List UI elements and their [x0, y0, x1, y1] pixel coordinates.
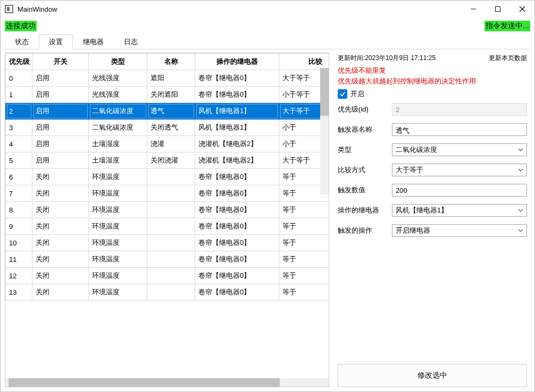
column-header[interactable]: 操作的继电器 [195, 54, 279, 70]
cell-compare[interactable]: 等于 [279, 218, 329, 235]
cell-type[interactable]: 环境温度 [89, 235, 147, 251]
table-row[interactable]: 11关闭环境温度卷帘【继电器0】等于 [6, 251, 329, 268]
refresh-button[interactable]: 更新本页数据 [489, 54, 527, 63]
cell-type[interactable]: 环境温度 [89, 268, 147, 284]
cell-name[interactable]: 遮阳 [147, 70, 195, 87]
action-select[interactable]: 开启继电器 [392, 224, 527, 237]
cell-switch[interactable]: 关闭 [32, 251, 89, 268]
cell-compare[interactable]: 等于 [279, 284, 329, 301]
cell-type[interactable]: 环境温度 [89, 284, 147, 301]
scrollbar-thumb[interactable] [320, 68, 329, 116]
cell-switch[interactable]: 关闭 [32, 202, 89, 218]
close-button[interactable] [510, 1, 534, 17]
column-header[interactable]: 名称 [147, 54, 195, 70]
cell-name[interactable]: 浇灌 [147, 136, 195, 152]
tab-0[interactable]: 状态 [5, 35, 39, 49]
horizontal-scrollbar[interactable] [5, 378, 329, 387]
cell-compare[interactable]: 等于 [279, 202, 329, 218]
table-row[interactable]: 1启用光线强度关闭遮阳卷帘【继电器0】小于等于 [6, 87, 329, 103]
trigger-name-input[interactable]: 透气 [392, 123, 527, 136]
cell-relay[interactable]: 卷帘【继电器0】 [195, 70, 279, 87]
table-row[interactable]: 3启用二氧化碳浓度关闭透气风机【继电器1】小于 [6, 120, 329, 136]
table-row[interactable]: 2启用二氧化碳浓度透气风机【继电器1】大于等于 [6, 103, 329, 120]
cell-name[interactable] [147, 169, 195, 185]
cell-relay[interactable]: 卷帘【继电器0】 [195, 87, 279, 103]
cell-type[interactable]: 二氧化碳浓度 [89, 120, 147, 136]
table-row[interactable]: 7关闭环境温度卷帘【继电器0】等于 [6, 185, 329, 202]
vertical-scrollbar[interactable] [320, 68, 329, 194]
threshold-input[interactable]: 200 [392, 184, 527, 197]
table-row[interactable]: 5启用土壤湿度关闭浇灌浇灌机【继电器2】大于等于 [6, 152, 329, 169]
table-row[interactable]: 13关闭环境温度卷帘【继电器0】等于 [6, 284, 329, 301]
cell-name[interactable] [147, 268, 195, 284]
maximize-button[interactable] [486, 1, 510, 17]
cell-compare[interactable]: 等于 [279, 251, 329, 268]
submit-button[interactable]: 修改选中 [338, 364, 527, 387]
cell-name[interactable]: 关闭遮阳 [147, 87, 195, 103]
cell-priority[interactable]: 12 [6, 268, 32, 284]
cell-relay[interactable]: 卷帘【继电器0】 [195, 251, 279, 268]
cell-name[interactable]: 透气 [147, 103, 195, 120]
cell-priority[interactable]: 10 [6, 235, 32, 251]
cell-switch[interactable]: 关闭 [32, 284, 89, 301]
cell-type[interactable]: 环境温度 [89, 169, 147, 185]
cell-type[interactable]: 环境温度 [89, 251, 147, 268]
cell-type[interactable]: 土壤湿度 [89, 136, 147, 152]
minimize-button[interactable] [461, 1, 486, 17]
cell-relay[interactable]: 浇灌机【继电器2】 [195, 152, 279, 169]
cell-priority[interactable]: 5 [6, 152, 32, 169]
cell-switch[interactable]: 关闭 [32, 268, 89, 284]
table-row[interactable]: 9关闭环境温度卷帘【继电器0】等于 [6, 218, 329, 235]
cell-name[interactable] [147, 251, 195, 268]
column-header[interactable]: 类型 [89, 54, 147, 70]
cell-priority[interactable]: 0 [6, 70, 32, 87]
compare-select[interactable]: 大于等于 [392, 164, 527, 176]
cell-relay[interactable]: 风机【继电器1】 [195, 120, 279, 136]
cell-type[interactable]: 二氧化碳浓度 [89, 103, 147, 120]
cell-relay[interactable]: 卷帘【继电器0】 [195, 185, 279, 202]
cell-name[interactable] [147, 284, 195, 301]
cell-priority[interactable]: 2 [6, 103, 32, 120]
tab-3[interactable]: 日志 [114, 35, 148, 49]
cell-switch[interactable]: 启用 [32, 152, 89, 169]
cell-name[interactable] [147, 218, 195, 235]
scrollbar-thumb[interactable] [9, 378, 280, 387]
cell-type[interactable]: 土壤湿度 [89, 152, 147, 169]
cell-priority[interactable]: 6 [6, 169, 32, 185]
table-row[interactable]: 6关闭环境温度卷帘【继电器0】等于 [6, 169, 329, 185]
cell-priority[interactable]: 4 [6, 136, 32, 152]
cell-relay[interactable]: 卷帘【继电器0】 [195, 284, 279, 301]
cell-relay[interactable]: 卷帘【继电器0】 [195, 235, 279, 251]
cell-priority[interactable]: 9 [6, 218, 32, 235]
cell-type[interactable]: 环境温度 [89, 218, 147, 235]
cell-relay[interactable]: 浇灌机【继电器2】 [195, 136, 279, 152]
cell-switch[interactable]: 关闭 [32, 218, 89, 235]
tab-1[interactable]: 设置 [39, 35, 73, 49]
cell-switch[interactable]: 启用 [32, 103, 89, 120]
column-header[interactable]: 开关 [32, 54, 89, 70]
cell-relay[interactable]: 卷帘【继电器0】 [195, 202, 279, 218]
cell-switch[interactable]: 关闭 [32, 185, 89, 202]
cell-priority[interactable]: 7 [6, 185, 32, 202]
table-row[interactable]: 0启用光线强度遮阳卷帘【继电器0】大于等于 [6, 70, 329, 87]
cell-compare[interactable]: 等于 [279, 235, 329, 251]
cell-name[interactable]: 关闭透气 [147, 120, 195, 136]
table-row[interactable]: 10关闭环境温度卷帘【继电器0】等于 [6, 235, 329, 251]
cell-priority[interactable]: 1 [6, 87, 32, 103]
cell-switch[interactable]: 关闭 [32, 235, 89, 251]
cell-relay[interactable]: 卷帘【继电器0】 [195, 169, 279, 185]
cell-relay[interactable]: 风机【继电器1】 [195, 103, 279, 120]
relay-select[interactable]: 风机【继电器1】 [392, 204, 527, 217]
cell-type[interactable]: 环境温度 [89, 202, 147, 218]
cell-switch[interactable]: 启用 [32, 87, 89, 103]
column-header[interactable]: 优先级 [6, 54, 32, 70]
table-row[interactable]: 4启用土壤湿度浇灌浇灌机【继电器2】小于 [6, 136, 329, 152]
type-select[interactable]: 二氧化碳浓度 [392, 143, 527, 156]
cell-priority[interactable]: 13 [6, 284, 32, 301]
cell-name[interactable] [147, 235, 195, 251]
cell-name[interactable] [147, 185, 195, 202]
cell-priority[interactable]: 8 [6, 202, 32, 218]
cell-switch[interactable]: 启用 [32, 120, 89, 136]
cell-priority[interactable]: 3 [6, 120, 32, 136]
enable-checkbox[interactable] [338, 89, 347, 99]
